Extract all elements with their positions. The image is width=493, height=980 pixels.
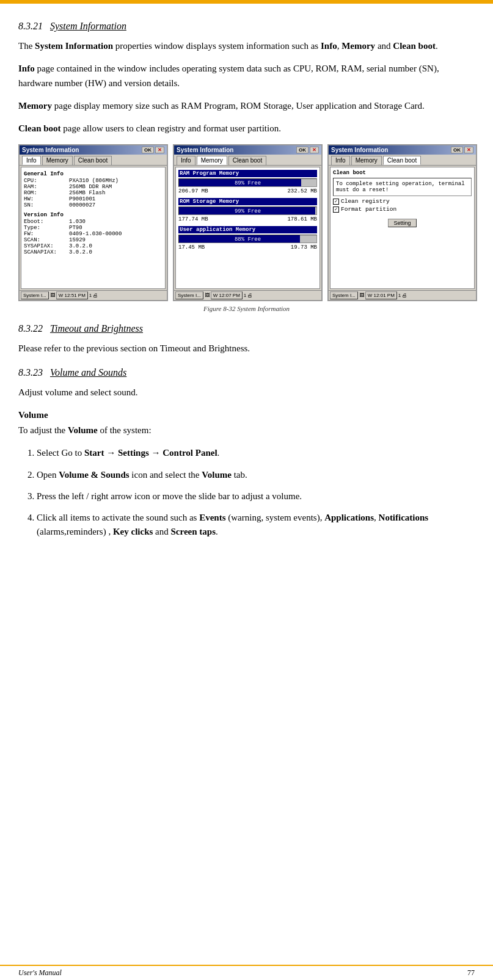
window3-tab-memory[interactable]: Memory: [351, 156, 382, 165]
window1-eboot-row: Eboot:1.030: [24, 219, 163, 225]
window1-body: General Info CPU:PXA310 (806MHz) RAM:256…: [21, 167, 166, 289]
window3-checkbox-registry-label: Clean registry: [341, 198, 390, 205]
window1-sysapiax-row: SYSAPIAX:3.0.2.0: [24, 243, 163, 249]
window1-general-label: General Info: [24, 171, 163, 177]
section-823-number: 8.3.23: [18, 367, 43, 378]
window1-taskbar-icon2: 🖨: [93, 293, 98, 298]
window2-user-pct: 88% Free: [179, 235, 316, 244]
window2-rom-label: ROM Storage Memory: [178, 198, 317, 205]
section-822-title: Timeout and Brightness: [50, 323, 143, 334]
section-821-number: 8.3.21: [18, 21, 43, 31]
window2-rom-pct: 99% Free: [179, 207, 316, 216]
section-821-intro: The System Information properties window…: [18, 39, 475, 53]
window2-taskbar-btn2[interactable]: W 12:07 PM: [211, 291, 243, 299]
section-821-cleanboot-desc: Clean boot page allow users to clean reg…: [18, 122, 475, 136]
window3-checkbox-format-label: Format partition: [341, 206, 396, 213]
window2-tab-memory[interactable]: Memory: [197, 156, 227, 165]
figure-caption-821: Figure 8-32 System Information: [18, 305, 475, 312]
window1-tab-memory[interactable]: Memory: [42, 156, 73, 165]
window3-setting-button[interactable]: Setting: [388, 219, 416, 227]
section-823-title: Volume and Sounds: [50, 367, 126, 378]
volume-step-2: Open Volume & Sounds icon and select the…: [37, 468, 475, 482]
sysinfo-window-1: System Information OK ✕ Info Memory Clea…: [18, 144, 168, 301]
window1-tab-cleanboot[interactable]: Clean boot: [74, 156, 112, 165]
window1-ok-btn[interactable]: OK: [142, 147, 154, 153]
section-821-title: System Information: [50, 21, 126, 31]
window3-ok-btn[interactable]: OK: [451, 147, 463, 153]
window1-tabs: Info Memory Clean boot: [20, 155, 167, 166]
window1-version-label: Version Info: [24, 212, 163, 218]
window3-message-box: To complete setting operation, terminal …: [333, 178, 472, 196]
window2-user-label: User application Memory: [178, 226, 317, 233]
window1-sn-row: SN:00000027: [24, 202, 163, 208]
window1-type-row: Type:PT90: [24, 225, 163, 231]
section-822-desc: Please refer to the previous section on …: [18, 342, 475, 356]
window3-taskbar-num: 1: [398, 293, 401, 298]
window2-body: RAM Program Memory 89% Free 206.97 MB232…: [175, 167, 320, 289]
window3-taskbar-btn1[interactable]: System I...: [330, 291, 358, 299]
window1-taskbar-icon: 🖼: [50, 293, 55, 298]
window2-user-section: User application Memory 88% Free 17.45 M…: [178, 226, 317, 250]
window3-body: Clean boot To complete setting operation…: [330, 167, 475, 289]
window1-scanapiax-row: SCANAPIAX:3.0.2.0: [24, 249, 163, 255]
window1-taskbar-btn1[interactable]: System I...: [21, 291, 49, 299]
window3-cb-label: Clean boot: [333, 170, 472, 176]
window2-close-btn[interactable]: ✕: [310, 147, 319, 153]
section-823-desc: Adjust volume and select sound.: [18, 386, 475, 400]
window3-checkbox-format[interactable]: ✓ Format partition: [333, 206, 472, 213]
window1-ram-row: RAM:256MB DDR RAM: [24, 184, 163, 190]
volume-subheading: Volume: [18, 408, 475, 422]
window3-taskbar: System I... 🖼 W 12:01 PM 1 🖨: [329, 290, 476, 300]
window2-titlebar: System Information OK ✕: [174, 145, 321, 155]
window2-tab-info[interactable]: Info: [177, 156, 195, 165]
window2-rom-vals: 177.74 MB178.61 MB: [178, 216, 317, 222]
window2-taskbar-num: 1: [244, 293, 246, 298]
window2-rom-section: ROM Storage Memory 99% Free 177.74 MB178…: [178, 198, 317, 222]
volume-steps-list: Select Go to Start → Settings → Control …: [37, 446, 475, 539]
window3-tab-cleanboot[interactable]: Clean boot: [383, 156, 421, 165]
window2-taskbar-btn1[interactable]: System I...: [175, 291, 203, 299]
figures-row: System Information OK ✕ Info Memory Clea…: [18, 144, 475, 301]
window2-ram-vals: 206.97 MB232.52 MB: [178, 188, 317, 194]
window1-fw-row: FW:0409-1.030-00000: [24, 231, 163, 237]
window1-cpu-row: CPU:PXA310 (806MHz): [24, 178, 163, 184]
volume-intro: To adjust the Volume of the system:: [18, 423, 475, 437]
section-821: 8.3.21 System Information The System Inf…: [18, 21, 475, 312]
section-822-heading: 8.3.22 Timeout and Brightness: [18, 323, 475, 334]
window3-check-format-icon[interactable]: ✓: [333, 207, 339, 213]
window3-title: System Information: [331, 147, 388, 153]
window2-ram-section: RAM Program Memory 89% Free 206.97 MB232…: [178, 170, 317, 194]
window3-close-btn[interactable]: ✕: [464, 147, 473, 153]
window1-tab-info[interactable]: Info: [22, 156, 41, 165]
sysinfo-window-2: System Information OK ✕ Info Memory Clea…: [173, 144, 323, 301]
window2-buttons: OK ✕: [296, 147, 319, 153]
window1-close-btn[interactable]: ✕: [155, 147, 164, 153]
window2-ok-btn[interactable]: OK: [296, 147, 309, 153]
window3-check-registry-icon[interactable]: ✓: [333, 199, 339, 205]
window1-rom-row: ROM:256MB Flash: [24, 190, 163, 196]
window3-taskbar-icon: 🖼: [359, 293, 364, 298]
volume-step-3: Press the left / right arrow icon or mov…: [37, 489, 475, 503]
volume-step-1: Select Go to Start → Settings → Control …: [37, 446, 475, 460]
window1-scan-row: SCAN:15929: [24, 237, 163, 243]
window1-buttons: OK ✕: [142, 147, 164, 153]
footer-label: User's Manual: [18, 968, 62, 978]
window2-title: System Information: [177, 147, 233, 153]
section-822-number: 8.3.22: [18, 323, 43, 334]
window2-taskbar-icon: 🖼: [205, 293, 210, 298]
window3-tabs: Info Memory Clean boot: [329, 155, 476, 166]
window3-titlebar: System Information OK ✕: [329, 145, 476, 155]
window2-ram-bar: 89% Free: [178, 178, 317, 187]
window2-ram-label: RAM Program Memory: [178, 170, 317, 177]
main-content: 8.3.21 System Information The System Inf…: [0, 4, 493, 583]
window3-taskbar-icon2: 🖨: [402, 293, 407, 298]
window1-taskbar-btn2[interactable]: W 12:51 PM: [56, 291, 88, 299]
window3-taskbar-btn2[interactable]: W 12:01 PM: [365, 291, 397, 299]
window3-tab-info[interactable]: Info: [331, 156, 350, 165]
window3-checkbox-registry[interactable]: ✓ Clean registry: [333, 198, 472, 205]
section-821-heading: 8.3.21 System Information: [18, 21, 475, 32]
window2-tab-cleanboot[interactable]: Clean boot: [228, 156, 266, 165]
section-821-memory-desc: Memory page display memory size such as …: [18, 99, 475, 113]
section-822: 8.3.22 Timeout and Brightness Please ref…: [18, 323, 475, 356]
window2-user-bar: 88% Free: [178, 235, 317, 243]
